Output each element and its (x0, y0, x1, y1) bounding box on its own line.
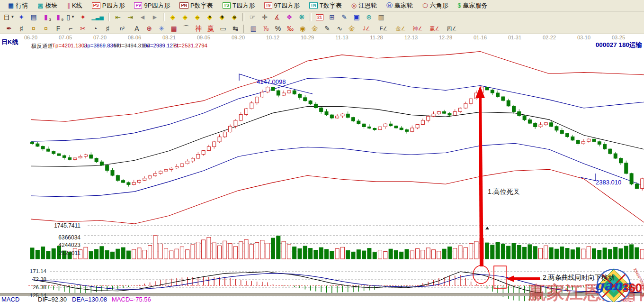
annotation-death-cross: 1.高位死叉 (488, 188, 520, 196)
macd-axis-label: 72.38 (0, 276, 46, 282)
macd-value-row: MACD DIF=92.30 DEA=130.08 MACD=-75.56 (0, 296, 644, 302)
price-axis-label: 1745.7411 (0, 222, 80, 229)
x-axis-date: 12-13 (400, 35, 422, 40)
x-axis-date: 06-20 (19, 35, 42, 40)
period-label: 日K线 (1, 38, 18, 46)
macd-dif-value: DIF=92.30 (38, 296, 67, 302)
curves-down-arrow-head-icon (506, 275, 514, 282)
candlestick-series (31, 85, 644, 191)
x-axis-date-row: 06-2007-0507-2008-0608-2109-0509-2010-12… (0, 34, 644, 41)
volume-axis-label: 6366034 (0, 234, 80, 241)
macd-axis-label: 171.14 (0, 268, 46, 274)
x-axis-date: 07-05 (54, 35, 77, 40)
watermark-360-text: 360 (622, 281, 642, 294)
x-axis-date: 11-13 (331, 35, 353, 40)
macd-axis-label: -26.38 (0, 284, 46, 290)
channel-line-tp (31, 52, 644, 122)
x-axis-date: 09-20 (227, 35, 250, 40)
volume-series (30, 236, 644, 259)
x-axis-date: 01-31 (503, 35, 526, 40)
curves-down-arrow-shaft (514, 277, 540, 280)
x-axis-date: 09-05 (192, 35, 215, 40)
x-axis-date: 08-21 (158, 35, 180, 40)
death-cross-arrow-shaft (479, 97, 483, 266)
x-axis-date: 03-10 (572, 35, 595, 40)
x-axis-date: 01-16 (469, 35, 492, 40)
channel-bt-value: Bt=2531.2794 (173, 43, 207, 48)
x-axis-date: 07-20 (89, 35, 111, 40)
x-axis-date: 02-22 (538, 35, 561, 40)
marker-triangle-icon (485, 227, 489, 229)
channel-indicator-name: 极反通道 (31, 43, 53, 50)
x-axis-date: 12-28 (434, 35, 457, 40)
chart-region: 日K线 极反通道 Tp=4201.1303 Up=3869.8367 Md=34… (0, 34, 644, 302)
macd-macd-value: MACD=-75.56 (112, 296, 151, 302)
annotation-high-price: 4147.0098 (257, 78, 286, 85)
annotation-curves-down: 2.两条曲线同时向下移动 (543, 274, 615, 282)
x-axis-date: 10-29 (296, 35, 319, 40)
x-axis-date: 08-06 (123, 35, 146, 40)
x-axis-date: 11-28 (365, 35, 388, 40)
annotation-low-price: 2383.010 (596, 179, 621, 186)
macd-title: MACD (1, 296, 19, 302)
x-axis-date: 03-25 (607, 35, 630, 40)
macd-dea-value: DEA=130.08 (72, 296, 107, 302)
channel-tp-value: Tp=4201.1303 (52, 43, 88, 48)
low-price-bracket (581, 174, 596, 181)
channel-line-bt (31, 169, 644, 224)
volume-axis-label: 4244023 (0, 242, 80, 248)
volume-axis-label: 2122011 (0, 250, 80, 256)
x-axis-date: 10-12 (261, 35, 284, 40)
channel-line-up (31, 78, 644, 142)
app-window: ▦行情▩板块∥K线PSP四方形P99P四方形PNP数字表TST四方形T99T四方… (0, 0, 644, 302)
channel-lines (31, 52, 644, 224)
stock-code-label: 000027 180运输 (596, 41, 642, 49)
